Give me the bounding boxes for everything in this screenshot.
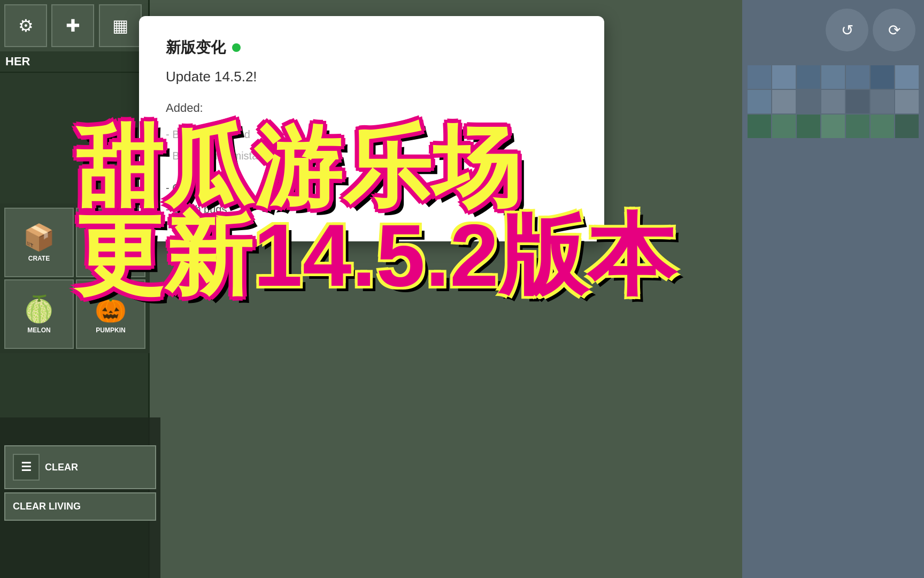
top-toolbar: ⚙ ✚ ▦ (0, 0, 148, 51)
card-title: 新版变化 (166, 37, 226, 58)
undo-button[interactable]: ↺ (826, 9, 868, 51)
added-item-1: - Background and (166, 124, 578, 145)
clear-living-label: CLEAR LIVING (13, 501, 81, 512)
menu-icon: ☰ (13, 454, 40, 481)
crate-icon: 📦 (23, 223, 55, 253)
added-item-2: - Background mistakes (166, 145, 578, 166)
item-row: 📦 CRATE 🛢 BARRE (4, 208, 145, 277)
pumpkin-icon: 🎃 (95, 294, 127, 324)
bottom-left-panel: ☰ CLEAR CLEAR LIVING (0, 417, 160, 578)
barrel-icon: 🛢 (98, 223, 124, 253)
item-row-2: 🍈 MELON 🎃 PUMPKIN (4, 279, 145, 349)
pixel-grid (742, 60, 924, 143)
grid-button[interactable]: ▦ (99, 4, 142, 47)
card-header: 新版变化 (166, 37, 578, 58)
melon-icon: 🍈 (23, 294, 55, 324)
right-bg-panel: ↺ ⟳ (742, 0, 924, 578)
added-label: Added: (166, 101, 578, 115)
update-card: 新版变化 Update 14.5.2! Added: - Background … (139, 16, 604, 241)
right-top-buttons: ↺ ⟳ (742, 0, 924, 60)
clear-label: CLEAR (45, 462, 78, 473)
bottom-buttons: ☰ CLEAR CLEAR LIVING (0, 417, 160, 529)
fixed-section: - Graphic bugs - Crash bugs (166, 177, 578, 220)
fixed-item-graphic: - Graphic bugs (166, 177, 578, 199)
fixed-list: - Graphic bugs - Crash bugs (166, 177, 578, 220)
added-list: - Background and - Background mistakes (166, 124, 578, 166)
settings-button[interactable]: ⚙ (4, 4, 47, 47)
melon-item[interactable]: 🍈 MELON (4, 279, 74, 349)
pumpkin-item[interactable]: 🎃 PUMPKIN (76, 279, 145, 349)
barrel-item[interactable]: 🛢 BARRE (76, 208, 145, 277)
fixed-item-crash: - Crash bugs (166, 199, 578, 220)
item-grid-area: 📦 CRATE 🛢 BARRE 🍈 MELON 🎃 PUMPKIN (0, 203, 150, 353)
clear-button[interactable]: ☰ CLEAR (4, 445, 156, 489)
panel-label: HER (0, 51, 148, 73)
pumpkin-label: PUMPKIN (96, 326, 125, 334)
redo-button[interactable]: ⟳ (873, 9, 915, 51)
status-dot (232, 43, 241, 52)
barrel-label: BARRE (99, 255, 122, 262)
add-button[interactable]: ✚ (51, 4, 94, 47)
melon-label: MELON (27, 326, 50, 334)
crate-label: CRATE (28, 255, 50, 262)
crate-item[interactable]: 📦 CRATE (4, 208, 74, 277)
update-version: Update 14.5.2! (166, 69, 578, 85)
clear-living-button[interactable]: CLEAR LIVING (4, 492, 156, 521)
